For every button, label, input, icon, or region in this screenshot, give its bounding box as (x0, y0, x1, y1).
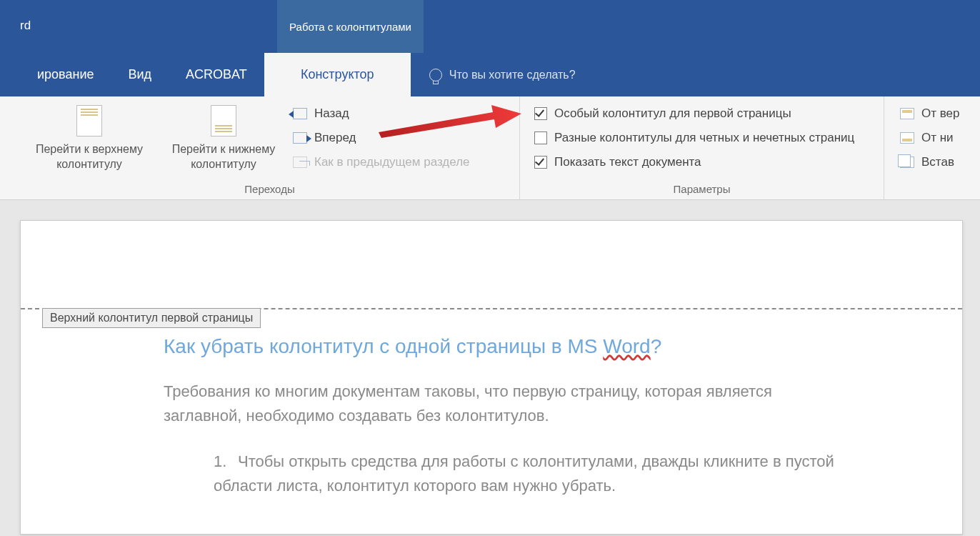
title-bar: rd Работа с колонтитулами ирование Вид A… (0, 0, 980, 96)
goto-header-label: Перейти к верхнему колонтитулу (36, 142, 143, 172)
document-body: Как убрать колонтитул с одной страницы в… (164, 335, 841, 498)
goto-footer-button[interactable]: Перейти к нижнему колонтитулу (163, 101, 284, 172)
document-page[interactable]: Верхний колонтитул первой страницы Как у… (20, 220, 963, 535)
header-from-top-field[interactable]: От вер (900, 106, 969, 121)
footer-bottom-icon (900, 132, 914, 144)
app-title-fragment: rd (20, 0, 31, 33)
link-prev-icon (293, 157, 307, 168)
ribbon-group-position: От вер От ни Встав (884, 96, 977, 199)
title-upper-row: rd Работа с колонтитулами (20, 0, 980, 53)
header-section-tag: Верхний колонтитул первой страницы (42, 308, 261, 328)
tab-editing[interactable]: ирование (20, 53, 111, 96)
header-top-icon (900, 108, 914, 119)
nav-back-icon (293, 108, 307, 119)
ribbon: Перейти к верхнему колонтитулу Перейти к… (0, 96, 980, 200)
nav-back-button[interactable]: Назад (293, 106, 491, 121)
link-to-previous-button: Как в предыдущем разделе (293, 155, 491, 169)
ribbon-group-options: Особый колонтитул для первой страницы Ра… (520, 96, 884, 199)
lightbulb-icon (429, 69, 442, 81)
page-bottom-icon (211, 105, 236, 137)
tell-me-search[interactable]: Что вы хотите сделать? (411, 53, 696, 96)
nav-big-buttons: Перейти к верхнему колонтитулу Перейти к… (29, 101, 284, 172)
tab-view[interactable]: Вид (111, 53, 169, 96)
nav-small-buttons: Назад Вперед Как в предыдущем разделе (287, 101, 494, 172)
ribbon-tabs-row: ирование Вид ACROBAT Конструктор Что вы … (20, 53, 980, 96)
document-workspace: Верхний колонтитул первой страницы Как у… (0, 200, 980, 536)
contextual-tab-header-footer: Работа с колонтитулами (277, 0, 424, 53)
checkbox-icon (534, 156, 547, 169)
insert-alignment-tab-button[interactable]: Встав (900, 155, 969, 169)
goto-footer-label: Перейти к нижнему колонтитулу (172, 142, 276, 172)
nav-forward-icon (293, 132, 307, 144)
checkbox-icon (534, 131, 547, 144)
document-paragraph: Требования ко многим документам таковы, … (164, 379, 841, 428)
document-list-item: 1.Чтобы открыть средства для работы с ко… (164, 450, 841, 498)
page-top-icon (76, 105, 102, 137)
tab-acrobat[interactable]: ACROBAT (169, 53, 264, 96)
tell-me-placeholder: Что вы хотите сделать? (449, 69, 576, 81)
show-document-text-checkbox[interactable]: Показать текст документа (534, 155, 886, 169)
different-odd-even-checkbox[interactable]: Разные колонтитулы для четных и нечетных… (534, 131, 886, 145)
document-title: Как убрать колонтитул с одной страницы в… (164, 335, 841, 358)
insert-icon (900, 157, 914, 168)
goto-header-button[interactable]: Перейти к верхнему колонтитулу (29, 101, 150, 172)
tab-designer[interactable]: Конструктор (264, 53, 411, 96)
options-group-caption: Параметры (520, 183, 884, 195)
nav-forward-button[interactable]: Вперед (293, 131, 491, 145)
checkbox-icon (534, 107, 547, 120)
footer-from-bottom-field[interactable]: От ни (900, 131, 969, 145)
nav-group-caption: Переходы (20, 183, 519, 195)
different-first-page-checkbox[interactable]: Особый колонтитул для первой страницы (534, 106, 886, 121)
spelling-error: Word (603, 335, 650, 357)
ribbon-group-navigation: Перейти к верхнему колонтитулу Перейти к… (20, 96, 520, 199)
